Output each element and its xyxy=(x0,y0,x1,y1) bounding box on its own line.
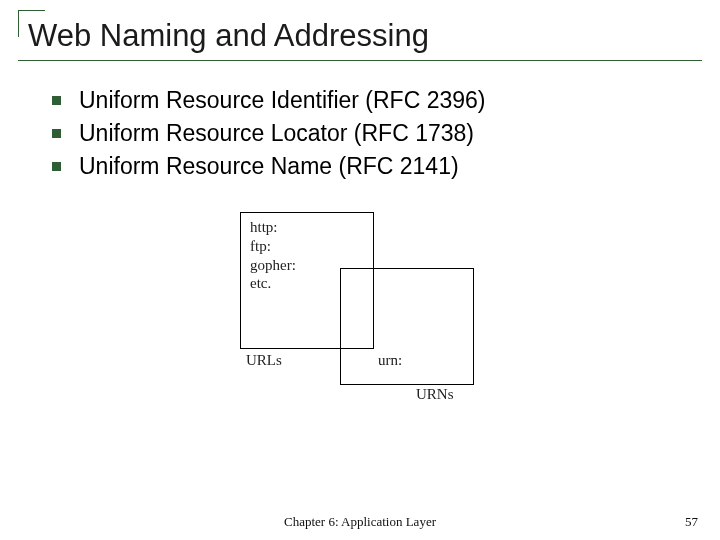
scheme-list: http: ftp: gopher: etc. xyxy=(250,218,296,293)
label-urns: URNs xyxy=(416,386,454,403)
bullet-square-icon xyxy=(52,96,61,105)
uri-venn-diagram: http: ftp: gopher: etc. URLs urn: URNs xyxy=(240,212,480,402)
title-container: Web Naming and Addressing xyxy=(18,10,702,61)
list-item: Uniform Resource Identifier (RFC 2396) xyxy=(52,85,702,116)
label-urn: urn: xyxy=(378,352,402,369)
bullet-square-icon xyxy=(52,129,61,138)
scheme-item: gopher: xyxy=(250,256,296,275)
footer-text: Chapter 6: Application Layer xyxy=(0,514,720,530)
diagram-container: http: ftp: gopher: etc. URLs urn: URNs xyxy=(18,212,702,402)
label-urls: URLs xyxy=(246,352,282,369)
bullet-text: Uniform Resource Name (RFC 2141) xyxy=(79,151,459,182)
bullet-square-icon xyxy=(52,162,61,171)
list-item: Uniform Resource Locator (RFC 1738) xyxy=(52,118,702,149)
list-item: Uniform Resource Name (RFC 2141) xyxy=(52,151,702,182)
slide: Web Naming and Addressing Uniform Resour… xyxy=(0,0,720,540)
urns-box xyxy=(340,268,474,385)
slide-title: Web Naming and Addressing xyxy=(28,18,698,54)
bullet-text: Uniform Resource Identifier (RFC 2396) xyxy=(79,85,485,116)
page-number: 57 xyxy=(685,514,698,530)
scheme-item: ftp: xyxy=(250,237,296,256)
bullet-text: Uniform Resource Locator (RFC 1738) xyxy=(79,118,474,149)
bullet-list: Uniform Resource Identifier (RFC 2396) U… xyxy=(52,85,702,182)
scheme-item: etc. xyxy=(250,274,296,293)
scheme-item: http: xyxy=(250,218,296,237)
